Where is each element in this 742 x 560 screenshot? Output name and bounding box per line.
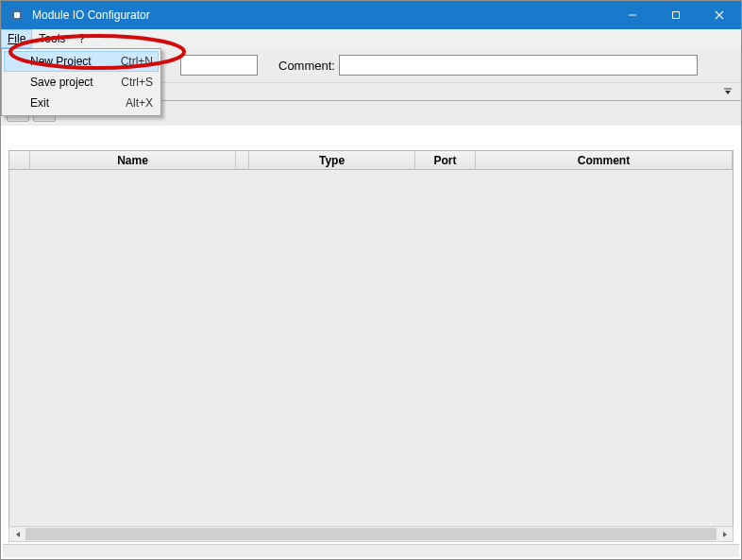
menubar: File New Project Ctrl+N Save project Ctr… xyxy=(1,29,741,48)
table: Name Type Port Comment xyxy=(8,150,734,527)
menu-new-project-shortcut: Ctrl+N xyxy=(111,55,153,68)
titlebar: Module IO Configurator xyxy=(1,1,741,29)
col-port[interactable]: Port xyxy=(415,151,476,170)
app-icon xyxy=(8,7,25,24)
table-header: Name Type Port Comment xyxy=(9,151,733,170)
menu-save-project-label: Save project xyxy=(30,76,111,89)
window-controls xyxy=(611,1,741,29)
col-gap[interactable] xyxy=(236,151,249,170)
horizontal-scrollbar[interactable] xyxy=(8,526,734,542)
scroll-right-button[interactable] xyxy=(717,527,733,541)
menu-exit-label: Exit xyxy=(30,96,116,110)
scroll-thumb[interactable] xyxy=(25,528,717,540)
svg-rect-3 xyxy=(673,12,680,19)
name-input[interactable] xyxy=(180,55,258,76)
toolstrip-overflow-button[interactable] xyxy=(720,86,735,99)
file-dropdown: New Project Ctrl+N Save project Ctrl+S E… xyxy=(1,48,161,116)
svg-marker-6 xyxy=(725,91,731,94)
menu-tools-label: Tools xyxy=(39,32,65,45)
maximize-button[interactable] xyxy=(654,1,698,29)
menu-help-label: ? xyxy=(78,32,85,45)
col-selector[interactable] xyxy=(9,151,30,170)
menu-exit[interactable]: Exit Alt+X xyxy=(4,93,159,113)
svg-rect-1 xyxy=(14,12,20,18)
table-body[interactable] xyxy=(9,170,733,526)
col-comment[interactable]: Comment xyxy=(476,151,733,170)
menu-exit-shortcut: Alt+X xyxy=(116,96,153,110)
scroll-left-button[interactable] xyxy=(9,527,25,541)
menu-save-project[interactable]: Save project Ctrl+S xyxy=(4,72,159,93)
menu-help[interactable]: ? xyxy=(72,29,92,48)
menu-tools[interactable]: Tools xyxy=(32,29,72,48)
menu-new-project[interactable]: New Project Ctrl+N xyxy=(4,51,159,72)
minimize-button[interactable] xyxy=(611,1,654,29)
menu-new-project-label: New Project xyxy=(30,55,111,68)
menu-file[interactable]: File New Project Ctrl+N Save project Ctr… xyxy=(1,29,32,48)
comment-input[interactable] xyxy=(339,55,698,76)
svg-marker-9 xyxy=(723,532,727,537)
close-button[interactable] xyxy=(698,1,741,29)
col-name[interactable]: Name xyxy=(30,151,236,170)
col-type[interactable]: Type xyxy=(249,151,415,170)
svg-marker-8 xyxy=(16,532,20,537)
menu-save-project-shortcut: Ctrl+S xyxy=(111,76,153,89)
statusbar xyxy=(3,544,739,557)
comment-label: Comment: xyxy=(278,59,335,73)
menu-file-label: File xyxy=(8,32,25,45)
window-title: Module IO Configurator xyxy=(32,8,150,22)
scroll-track[interactable] xyxy=(25,527,717,541)
